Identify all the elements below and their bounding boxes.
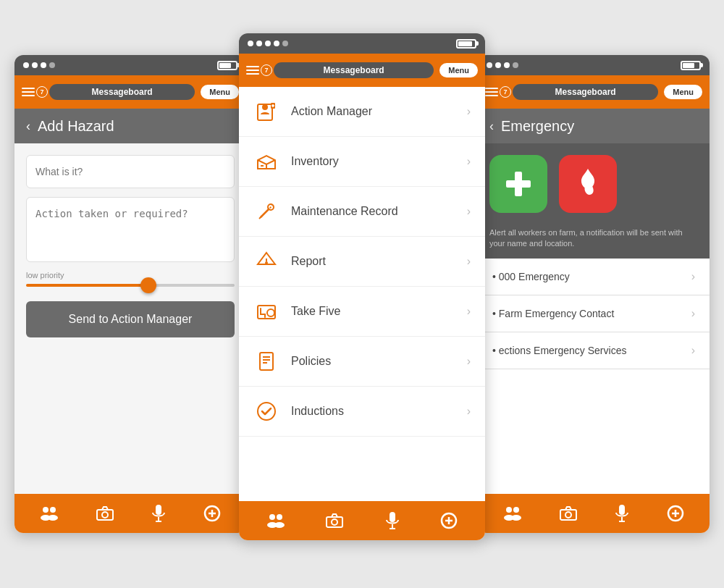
hazard-form: low priority Send to Action Manager (14, 143, 246, 494)
page-title-right: Emergency (501, 118, 574, 135)
action-taken-field[interactable] (26, 197, 235, 262)
emergency-label-farm: • Farm Emergency Contact (492, 308, 691, 319)
menu-list: Action Manager › Inventory › (239, 87, 485, 501)
report-icon (253, 248, 279, 274)
battery-center (456, 39, 476, 49)
menu-item-action-manager[interactable]: Action Manager › (239, 87, 485, 137)
tab-add-right[interactable] (667, 505, 684, 522)
tab-add-left[interactable] (203, 505, 221, 522)
priority-slider-thumb[interactable] (140, 277, 156, 293)
menu-item-report[interactable]: Report › (239, 237, 485, 287)
menu-label-policies: Policies (291, 355, 455, 368)
menu-item-inventory[interactable]: Inventory › (239, 137, 485, 187)
svg-rect-37 (390, 512, 395, 522)
policies-icon (253, 348, 279, 374)
chevron-maintenance: › (467, 205, 471, 218)
back-button-right[interactable]: ‹ (489, 119, 494, 134)
chevron-policies: › (467, 355, 471, 368)
tab-mic-left[interactable] (151, 504, 167, 523)
tab-camera-right[interactable] (559, 505, 578, 521)
svg-point-46 (513, 507, 519, 513)
fire-emergency-button[interactable] (559, 155, 617, 213)
tab-camera-center[interactable] (325, 513, 344, 529)
svg-point-48 (511, 515, 521, 521)
emergency-item-000[interactable]: • 000 Emergency › (478, 259, 710, 295)
emergency-list: • 000 Emergency › • Farm Emergency Conta… (478, 259, 710, 494)
priority-label: low priority (26, 271, 235, 280)
chevron-action-manager: › (467, 105, 471, 118)
back-button-left[interactable]: ‹ (26, 119, 30, 134)
nav-badge-center: 7 (261, 64, 272, 76)
page-header-right: ‹ Emergency (478, 109, 710, 143)
first-aid-button[interactable] (489, 155, 547, 213)
svg-rect-26 (260, 353, 273, 370)
status-bar-center (239, 33, 485, 54)
nav-menu-btn-right[interactable]: Menu (664, 85, 702, 99)
emergency-label-000: • 000 Emergency (492, 271, 691, 282)
svg-point-32 (277, 514, 282, 520)
take-five-icon (253, 298, 279, 324)
inductions-icon (253, 398, 279, 424)
tab-mic-center[interactable] (384, 511, 400, 530)
svg-point-25 (267, 309, 274, 316)
nav-bar-center: 7 Messageboard Menu (239, 54, 485, 87)
add-hazard-content: low priority Send to Action Manager (14, 143, 246, 494)
status-dots-center (248, 41, 288, 46)
emergency-icons-row (478, 143, 710, 224)
what-is-it-field[interactable] (26, 155, 235, 188)
battery-left (217, 61, 237, 70)
svg-point-5 (102, 512, 108, 518)
menu-label-action-manager: Action Manager (291, 105, 455, 118)
svg-point-23 (266, 262, 267, 264)
nav-menu-btn-center[interactable]: Menu (439, 63, 478, 77)
battery-right (681, 61, 701, 70)
priority-section: low priority (26, 271, 235, 290)
page-header-left: ‹ Add Hazard (14, 109, 246, 143)
send-to-action-manager-button[interactable]: Send to Action Manager (26, 301, 235, 337)
tab-bar-center (239, 501, 485, 540)
chevron-take-five: › (467, 305, 471, 318)
menu-label-report: Report (291, 255, 455, 268)
svg-point-13 (262, 104, 268, 110)
nav-title-center: Messageboard (274, 62, 434, 78)
emergency-label-services: • ections Emergency Services (492, 345, 691, 356)
chevron-000: › (691, 270, 695, 283)
menu-item-inductions[interactable]: Inductions › (239, 387, 485, 437)
priority-slider-track (26, 284, 235, 287)
nav-title-left: Messageboard (49, 84, 195, 100)
menu-item-take-five[interactable]: Take Five › (239, 287, 485, 337)
tab-people-left[interactable] (40, 505, 59, 521)
hamburger-menu-right[interactable] (485, 88, 498, 96)
svg-rect-6 (156, 505, 161, 515)
tab-people-right[interactable] (503, 505, 522, 521)
chevron-inventory: › (467, 155, 471, 168)
menu-label-take-five: Take Five (291, 305, 455, 318)
tab-people-center[interactable] (266, 513, 285, 529)
hamburger-menu-left[interactable] (22, 88, 35, 96)
menu-screen: 7 Messageboard Menu Action (239, 33, 485, 540)
nav-menu-btn-left[interactable]: Menu (201, 85, 239, 99)
svg-point-0 (43, 507, 49, 513)
svg-point-36 (332, 519, 337, 525)
status-dots (23, 62, 55, 68)
status-bar-right (478, 55, 710, 75)
menu-label-inventory: Inventory (291, 155, 455, 168)
nav-bar-right: 7 Messageboard Menu (478, 75, 710, 109)
svg-line-21 (259, 216, 262, 219)
status-dots-right (487, 62, 518, 68)
tab-bar-right (478, 494, 710, 533)
tab-add-center[interactable] (440, 512, 458, 529)
nav-badge-right: 7 (500, 86, 511, 98)
emergency-item-services[interactable]: • ections Emergency Services › (478, 332, 710, 369)
emergency-screen: 7 Messageboard Menu ‹ Emergency (478, 55, 710, 533)
chevron-services: › (691, 344, 695, 357)
svg-point-31 (269, 514, 275, 520)
action-manager-icon (253, 98, 279, 125)
menu-item-maintenance[interactable]: Maintenance Record › (239, 187, 485, 237)
tab-mic-right[interactable] (614, 504, 630, 523)
emergency-item-farm[interactable]: • Farm Emergency Contact › (478, 295, 710, 332)
svg-rect-44 (506, 180, 531, 188)
menu-item-policies[interactable]: Policies › (239, 337, 485, 387)
tab-camera-left[interactable] (96, 505, 114, 521)
hamburger-menu-center[interactable] (246, 66, 259, 75)
